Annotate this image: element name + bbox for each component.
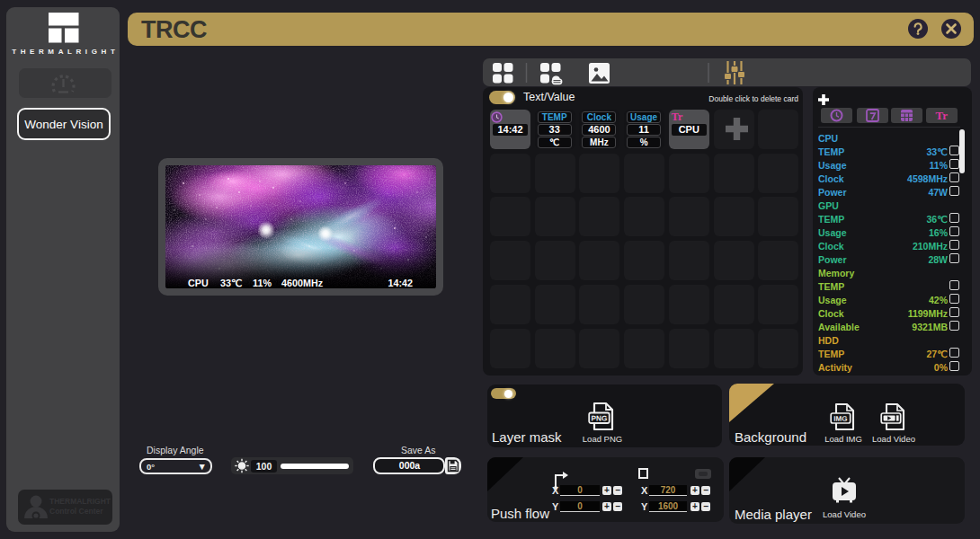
svg-text:PNG: PNG	[592, 415, 608, 423]
svg-text:IMG: IMG	[833, 415, 847, 423]
svg-text:CPU33℃11%4600MHz: CPU33℃11%4600MHz	[188, 278, 324, 288]
svg-text:14:42: 14:42	[388, 278, 413, 288]
